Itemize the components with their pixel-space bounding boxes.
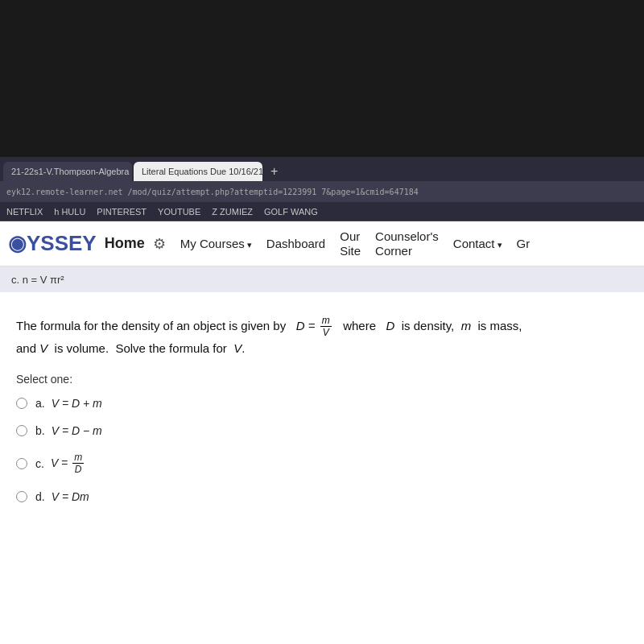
option-d-math: V = Dm <box>52 490 89 503</box>
nav-our: Our <box>340 229 360 244</box>
nav-dashboard[interactable]: Dashboard <box>266 237 325 250</box>
nav-gr[interactable]: Gr <box>517 237 530 250</box>
nav-site: Site <box>340 244 361 258</box>
nav-counselors-corner[interactable]: Counselor's Corner <box>375 229 439 258</box>
nav-links: My Courses Dashboard Our Site Counselor'… <box>180 229 636 258</box>
sub-header: c. n = V πr² <box>0 266 644 292</box>
logo: YSSEY <box>27 231 97 256</box>
radio-d[interactable] <box>16 491 27 502</box>
page-content: ◉ YSSEY Home ⚙ My Courses Dashboard Our … <box>0 221 644 644</box>
nav-bar: ◉ YSSEY Home ⚙ My Courses Dashboard Our … <box>0 221 644 266</box>
bookmark-hulu[interactable]: h HULU <box>54 207 85 217</box>
option-b[interactable]: b. V = D − m <box>16 424 628 437</box>
option-d-label: d. <box>35 490 45 503</box>
var-v-text: V <box>39 341 47 355</box>
question-text-before: The formula for the density of an object… <box>16 319 286 332</box>
tab-1[interactable]: 21-22s1-V.Thompson-Algebra ✕ <box>3 162 132 181</box>
bookmark-zumiez[interactable]: Z ZUMIEZ <box>212 207 253 217</box>
radio-c[interactable] <box>16 458 27 469</box>
home-link[interactable]: Home <box>105 235 145 252</box>
select-one-label: Select one: <box>16 373 628 386</box>
var-solve-text: V <box>233 341 242 355</box>
nav-counselors: Counselor's <box>375 229 439 244</box>
option-a-label: a. <box>35 397 45 410</box>
tab-1-label: 21-22s1-V.Thompson-Algebra <box>11 167 129 176</box>
var-m-text: m <box>461 319 472 332</box>
browser-window: 21-22s1-V.Thompson-Algebra ✕ Literal Equ… <box>0 157 644 644</box>
bezel-top <box>0 0 644 157</box>
option-b-math: V = D − m <box>52 424 102 437</box>
density-fraction: m V <box>320 315 332 339</box>
address-text: eyk12.remote-learner.net /mod/quiz/attem… <box>6 188 419 196</box>
option-c-math: V = m D <box>51 452 85 476</box>
question-formula: D = m V <box>296 319 336 332</box>
nav-contact[interactable]: Contact <box>453 237 502 250</box>
radio-b[interactable] <box>16 425 27 436</box>
bookmark-golfwang[interactable]: GOLF WANG <box>264 207 318 217</box>
bookmark-netflix[interactable]: NETFLIX <box>6 207 43 217</box>
option-c[interactable]: c. V = m D <box>16 452 628 476</box>
option-b-label: b. <box>35 424 45 437</box>
var-d-text: D <box>386 319 395 332</box>
gear-icon[interactable]: ⚙ <box>153 235 166 253</box>
tab-2[interactable]: Literal Equations Due 10/16/21 ✕ <box>134 162 262 181</box>
logo-prefix: ◉ <box>8 231 27 256</box>
address-bar[interactable]: eyk12.remote-learner.net /mod/quiz/attem… <box>0 181 644 202</box>
question-text: The formula for the density of an object… <box>16 315 628 358</box>
new-tab-button[interactable]: + <box>264 164 284 179</box>
bookmarks-bar: NETFLIX h HULU PINTEREST YOUTUBE Z ZUMIE… <box>0 202 644 221</box>
option-c-label: c. <box>35 457 44 470</box>
option-a[interactable]: a. V = D + m <box>16 397 628 410</box>
radio-a[interactable] <box>16 398 27 409</box>
screen-container: 21-22s1-V.Thompson-Algebra ✕ Literal Equ… <box>0 0 644 644</box>
tab-2-label: Literal Equations Due 10/16/21 <box>142 167 262 176</box>
nav-our-site[interactable]: Our Site <box>340 229 361 258</box>
sub-header-text: c. n = V πr² <box>11 274 64 286</box>
nav-my-courses[interactable]: My Courses <box>180 237 252 250</box>
option-d[interactable]: d. V = Dm <box>16 490 628 503</box>
question-area: The formula for the density of an object… <box>0 292 644 530</box>
bookmark-youtube[interactable]: YOUTUBE <box>158 207 200 217</box>
nav-corner: Corner <box>375 244 412 258</box>
option-c-fraction: m D <box>72 452 84 476</box>
tab-bar: 21-22s1-V.Thompson-Algebra ✕ Literal Equ… <box>0 157 644 181</box>
bookmark-pinterest[interactable]: PINTEREST <box>97 207 147 217</box>
option-a-math: V = D + m <box>52 397 102 410</box>
